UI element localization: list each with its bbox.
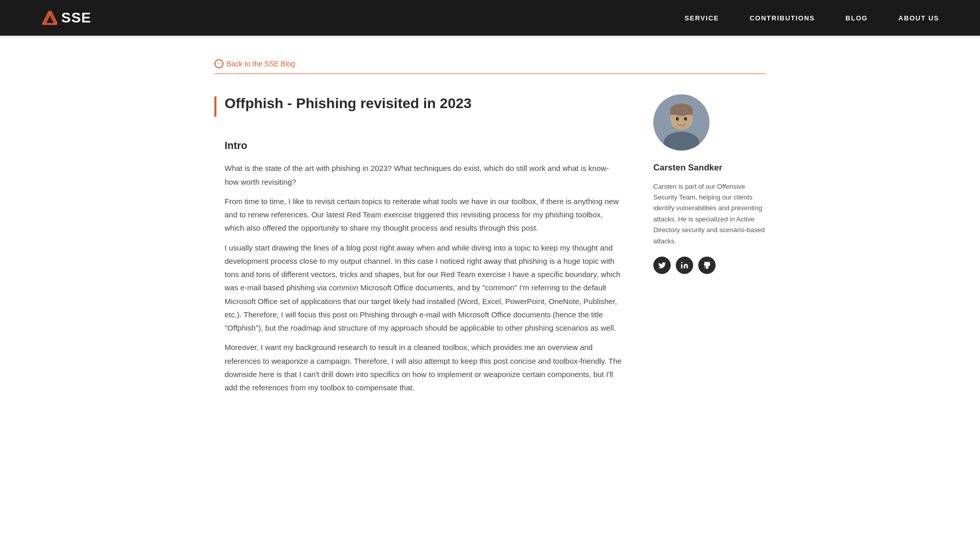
svg-point-7 [676,117,679,121]
author-avatar [653,94,709,151]
twitter-link[interactable] [653,257,671,274]
linkedin-icon [680,261,689,269]
nav-menu: SERVICE CONTRIBUTIONS BLOG ABOUT US [684,11,939,24]
author-name: Carsten Sandker [653,161,766,174]
intro-paragraph-1: What is the state of the art with phishi… [225,162,623,189]
nav-item-contributions[interactable]: CONTRIBUTIONS [750,11,815,24]
intro-section: Intro What is the state of the art with … [214,137,623,394]
page-container: ← Back to the SSE Blog Offphish - Phishi… [184,38,796,431]
avatar-image [653,94,709,151]
back-link-label: Back to the SSE Blog [227,58,295,69]
linkedin-link[interactable] [676,257,693,274]
article-title: Offphish - Phishing revisited in 2023 [225,94,472,113]
article-title-container: Offphish - Phishing revisited in 2023 [214,94,623,117]
svg-point-9 [681,262,682,264]
nav-item-blog[interactable]: BLOG [846,11,868,24]
nav-link-about[interactable]: ABOUT US [898,14,939,22]
back-link-divider [214,73,766,74]
nav-link-contributions[interactable]: CONTRIBUTIONS [750,14,815,22]
back-link-container: ← Back to the SSE Blog [214,58,766,69]
content-area: Offphish - Phishing revisited in 2023 In… [214,94,766,411]
navbar: SSE SERVICE CONTRIBUTIONS BLOG ABOUT US [0,0,980,36]
svg-point-8 [684,117,687,121]
intro-paragraph-3: I usually start drawing the lines of a b… [225,241,623,335]
back-link[interactable]: ← Back to the SSE Blog [214,58,295,69]
svg-rect-6 [670,110,693,115]
author-bio: Carsten is part of our Offensive Securit… [653,181,766,247]
back-arrow-icon: ← [214,59,224,68]
nav-link-service[interactable]: SERVICE [684,14,719,22]
logo-text: SSE [61,7,91,30]
nav-link-blog[interactable]: BLOG [846,14,868,22]
nav-item-about[interactable]: ABOUT US [898,11,939,24]
article: Offphish - Phishing revisited in 2023 In… [214,94,623,411]
author-social [653,257,766,274]
twitter-icon [658,261,666,269]
author-sidebar: Carsten Sandker Carsten is part of our O… [653,94,766,274]
nav-item-service[interactable]: SERVICE [684,11,719,24]
title-accent-bar [214,96,216,117]
github-link[interactable] [698,257,716,274]
italic-common: common [329,283,358,292]
intro-paragraph-2: From time to time, I like to revisit cer… [225,195,623,235]
logo-icon [41,10,57,26]
intro-heading: Intro [225,137,623,154]
logo-link[interactable]: SSE [41,7,91,30]
github-icon [703,261,711,269]
intro-paragraph-4: Moreover, I want my background research … [225,341,623,394]
